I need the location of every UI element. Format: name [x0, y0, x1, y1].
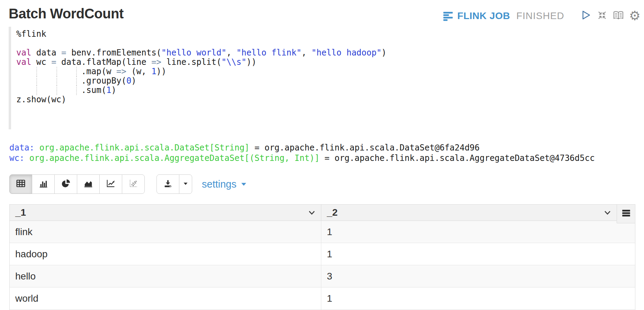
- chart-type-button-group: [9, 174, 145, 194]
- table-row: hadoop1: [10, 243, 635, 265]
- paragraph-header: Batch WordCount FLINK JOB FINISHED ⚙: [0, 0, 644, 23]
- scatter-chart-button[interactable]: [122, 174, 145, 194]
- scatter-chart-icon: [128, 178, 138, 190]
- bar-chart-button[interactable]: [32, 174, 55, 194]
- code-line: val data = benv.fromElements("hello worl…: [16, 48, 635, 58]
- indent-guide: [56, 86, 57, 95]
- table-row: world1: [10, 287, 635, 310]
- indent-guide: [36, 67, 37, 76]
- flink-job-icon: [442, 11, 454, 21]
- download-icon: [163, 178, 173, 190]
- code-line: %flink: [16, 29, 635, 39]
- table-cell: 1: [321, 221, 635, 243]
- download-button[interactable]: [156, 174, 179, 194]
- indent-guide: [76, 86, 77, 95]
- line-chart-button[interactable]: [99, 174, 122, 194]
- table-cell: hadoop: [10, 243, 321, 265]
- run-paragraph-button[interactable]: [580, 9, 592, 23]
- grid-menu-button[interactable]: [617, 204, 635, 223]
- job-status-text: FINISHED: [516, 10, 564, 21]
- result-line: data: org.apache.flink.api.scala.DataSet…: [9, 143, 635, 153]
- indent-guide: [36, 76, 37, 86]
- download-dropdown-button[interactable]: [179, 174, 192, 194]
- table-body: flink1hadoop1hello3world1: [9, 221, 635, 310]
- result-output: data: org.apache.flink.api.scala.DataSet…: [9, 143, 635, 163]
- collapse-editor-button[interactable]: [597, 10, 608, 22]
- indent-guide: [56, 76, 57, 86]
- book-icon: [612, 10, 624, 22]
- area-chart-button[interactable]: [77, 174, 100, 194]
- column-2-chevron-down-icon[interactable]: [604, 210, 611, 215]
- code-line: .groupBy(0): [16, 76, 635, 86]
- table-cell: 3: [321, 265, 635, 287]
- table-cell: 1: [321, 287, 635, 310]
- settings-caret-icon: [240, 180, 248, 188]
- code-line: .sum(1): [16, 86, 635, 95]
- area-chart-icon: [83, 178, 93, 190]
- bar-chart-icon: [38, 178, 48, 190]
- code-editor[interactable]: %flink val data = benv.fromElements("hel…: [9, 27, 635, 129]
- result-table: _1 _2 flink1hadoop1hello3world1: [9, 204, 635, 310]
- indent-guide: [76, 67, 77, 76]
- job-status-bar: FLINK JOB FINISHED ⚙: [442, 9, 641, 23]
- download-button-group: [156, 174, 192, 194]
- page-title: Batch WordCount: [9, 6, 124, 21]
- editor-left-bar: [9, 27, 11, 129]
- column-header-2-label: _2: [327, 207, 338, 218]
- settings-label: settings: [202, 179, 236, 190]
- grid-menu-icon: [621, 208, 631, 219]
- table-header-row: _1 _2: [9, 204, 617, 221]
- column-header-1-label: _1: [15, 207, 26, 218]
- output-toggle-button[interactable]: [612, 10, 624, 22]
- pie-chart-icon: [61, 178, 71, 190]
- indent-guide: [76, 76, 77, 86]
- column-header-2[interactable]: _2: [321, 205, 617, 221]
- indent-guide: [56, 67, 57, 76]
- play-icon: [580, 9, 592, 23]
- table-button[interactable]: [9, 174, 32, 194]
- column-1-chevron-down-icon[interactable]: [308, 210, 315, 215]
- code-line: [16, 39, 635, 48]
- table-row: flink1: [10, 221, 635, 243]
- column-header-1[interactable]: _1: [10, 205, 321, 221]
- code-line: z.show(wc): [16, 95, 635, 104]
- caret-down-icon: [182, 180, 189, 189]
- code-lines: %flink val data = benv.fromElements("hel…: [9, 27, 635, 104]
- code-line: .map(w => (w, 1)): [16, 67, 635, 76]
- visualization-toolbar: settings: [9, 174, 635, 194]
- table-icon: [16, 178, 26, 190]
- settings-toggle[interactable]: settings: [202, 179, 248, 190]
- table-cell: world: [10, 287, 321, 310]
- table-row: hello3: [10, 265, 635, 287]
- gear-icon: ⚙: [629, 10, 641, 22]
- paragraph-settings-button[interactable]: ⚙: [629, 10, 641, 22]
- compress-icon: [597, 10, 608, 22]
- pie-chart-button[interactable]: [54, 174, 77, 194]
- table-cell: flink: [10, 221, 321, 243]
- indent-guide: [36, 86, 37, 95]
- table-cell: 1: [321, 243, 635, 265]
- flink-job-link[interactable]: FLINK JOB: [457, 10, 510, 21]
- result-line: wc: org.apache.flink.api.scala.Aggregate…: [9, 153, 635, 163]
- code-line: val wc = data.flatMap(line => line.split…: [16, 58, 635, 67]
- table-cell: hello: [10, 265, 321, 287]
- line-chart-icon: [106, 178, 116, 190]
